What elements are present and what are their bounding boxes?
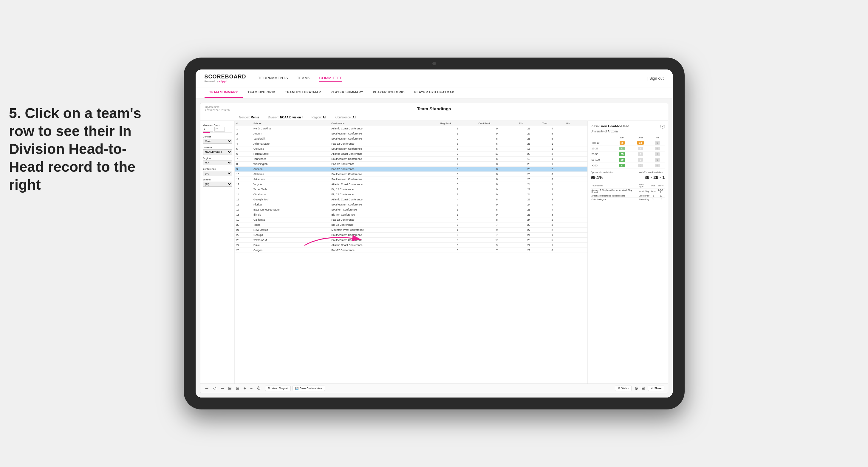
view-original-button[interactable]: 👁 View: Original (265, 385, 291, 391)
row-reg-rank: 1 (439, 126, 477, 131)
table-row[interactable]: 4 Arizona State Pac-12 Conference 3 6 26… (235, 142, 587, 147)
row-rank: 16 (235, 202, 252, 207)
panel-body: Minimum Rou... (200, 121, 668, 383)
row-school: Texas (252, 222, 330, 227)
table-row[interactable]: 11 Arkansas Southeastern Conference 6 8 … (235, 177, 587, 182)
table-row[interactable]: 12 Virginia Atlantic Coast Conference 3 … (235, 182, 587, 187)
watch-button[interactable]: 👁 Watch (615, 385, 631, 391)
conference-filter: Conference: All (336, 116, 356, 119)
add-icon[interactable]: + (242, 385, 247, 391)
paste-icon[interactable]: ⊟ (235, 385, 241, 391)
table-row[interactable]: 19 California Pac-12 Conference 4 8 24 2 (235, 217, 587, 222)
table-row[interactable]: 6 Florida State Atlantic Coast Conferenc… (235, 152, 587, 157)
row-reg-rank: 2 (439, 136, 477, 142)
h2h-close-button[interactable]: ✕ (660, 124, 665, 128)
row-tour: 0 (540, 248, 564, 253)
row-win (564, 192, 587, 197)
subnav-player-summary[interactable]: PLAYER SUMMARY (326, 87, 368, 98)
table-row[interactable]: 16 Florida Southeastern Conference 7 9 2… (235, 202, 587, 207)
table-row[interactable]: 13 Texas Tech Big 12 Conference 1 9 27 2 (235, 187, 587, 192)
row-rank: 6 (235, 152, 252, 157)
subnav-team-summary[interactable]: TEAM SUMMARY (205, 87, 243, 98)
table-row[interactable]: 25 Oregon Pac-12 Conference 5 7 21 0 (235, 248, 587, 253)
subnav-player-h2h-grid[interactable]: PLAYER H2H GRID (368, 87, 409, 98)
grid-icon[interactable]: ⊞ (641, 386, 645, 391)
h2h-win-value: 27 (619, 164, 625, 167)
share-button[interactable]: ↗ Share (648, 385, 664, 391)
row-tour: 6 (540, 131, 564, 136)
row-reg-rank: 1 (439, 207, 477, 212)
h2h-loss-value: 0 (638, 164, 643, 167)
table-row[interactable]: 23 Texas A&M Southeastern Conference 9 1… (235, 238, 587, 243)
table-row[interactable]: 21 New Mexico Mountain West Conference 1… (235, 227, 587, 232)
table-row[interactable]: 8 Washington Pac-12 Conference 2 8 23 1 (235, 162, 587, 167)
nav-committee[interactable]: COMMITTEE (319, 74, 342, 82)
min-rounds-max[interactable] (214, 127, 225, 131)
h2h-loss-cell: 0 (631, 163, 650, 168)
row-rank: 8 (235, 162, 252, 167)
redo-icon[interactable]: ↪ (219, 385, 225, 391)
row-conf-rank: 9 (477, 243, 517, 248)
save-custom-button[interactable]: 💾 Save Custom View (292, 385, 325, 391)
table-row[interactable]: 20 Texas Big 12 Conference 3 7 20 2 (235, 222, 587, 227)
h2h-header-row: Win Loss Tie (591, 135, 665, 140)
row-school: Oklahoma (252, 192, 330, 197)
table-row[interactable]: 17 East Tennessee State Southern Confere… (235, 207, 587, 212)
h2h-col-win: Win (613, 135, 631, 140)
row-rank: 22 (235, 232, 252, 238)
gender-select[interactable]: Men's (203, 139, 232, 144)
table-row[interactable]: 5 Ole Miss Southeastern Conference 3 6 1… (235, 147, 587, 152)
tourn-score: -17 (656, 194, 664, 198)
settings-icon[interactable]: ⚙ (634, 386, 639, 391)
row-conference: Atlantic Coast Conference (330, 152, 439, 157)
subnav-team-h2h-grid[interactable]: TEAM H2H GRID (243, 87, 280, 98)
row-rank: 11 (235, 177, 252, 182)
row-tour: 2 (540, 152, 564, 157)
school-sidebar-filter: School (All) (203, 178, 232, 187)
row-win (564, 152, 587, 157)
min-rounds-min[interactable] (203, 127, 213, 131)
tourn-name: Jackson T. Stephens Cup Men's Match Play… (591, 188, 638, 194)
row-rds: 23 (517, 177, 540, 182)
table-row[interactable]: 1 North Carolina Atlantic Coast Conferen… (235, 126, 587, 131)
panel-title-area: Team Standings (297, 106, 571, 111)
filters-sidebar: Minimum Rou... (200, 121, 235, 383)
row-tour: 4 (540, 202, 564, 207)
nav-tournaments[interactable]: TOURNAMENTS (258, 74, 288, 82)
slider-track[interactable] (203, 132, 232, 133)
row-conf-rank: 9 (477, 212, 517, 217)
region-select[interactable]: N/A (203, 160, 232, 165)
minus-icon[interactable]: − (249, 385, 254, 391)
table-row[interactable]: 22 Georgia Southeastern Conference 8 7 2… (235, 232, 587, 238)
table-row[interactable]: 14 Oklahoma Big 12 Conference 2 9 24 2 (235, 192, 587, 197)
row-conference: Atlantic Coast Conference (330, 126, 439, 131)
sign-out-button[interactable]: Sign out (647, 76, 664, 81)
table-header: # School Conference Reg Rank Conf Rank R… (235, 121, 587, 126)
table-row[interactable]: 9 Arizona Pac-12 Conference 5 8 23 2 (235, 167, 587, 172)
subnav-team-h2h-heatmap[interactable]: TEAM H2H HEATMAP (280, 87, 326, 98)
clock-icon[interactable]: ⏱ (255, 385, 262, 391)
conference-select[interactable]: (All) (203, 171, 232, 176)
school-select[interactable]: (All) (203, 182, 232, 187)
row-conference: Big Ten Conference (330, 212, 439, 217)
logo-brand: clippd (219, 80, 227, 83)
row-win (564, 131, 587, 136)
redo-step-back-icon[interactable]: ◁ (212, 385, 217, 391)
copy-icon[interactable]: ⊞ (227, 385, 233, 391)
table-row[interactable]: 24 Duke Atlantic Coast Conference 5 9 27… (235, 243, 587, 248)
table-row[interactable]: 3 Vanderbilt Southeastern Conference 2 8… (235, 136, 587, 142)
table-row[interactable]: 18 Illinois Big Ten Conference 1 9 26 3 (235, 212, 587, 217)
table-row[interactable]: 15 Georgia Tech Atlantic Coast Conferenc… (235, 197, 587, 202)
table-row[interactable]: 10 Alabama Southeastern Conference 5 8 2… (235, 172, 587, 177)
table-row[interactable]: 7 Tennessee Southeastern Conference 4 6 … (235, 157, 587, 162)
table-row[interactable]: 2 Auburn Southeastern Conference 1 9 27 … (235, 131, 587, 136)
row-school: Virginia (252, 182, 330, 187)
nav-teams[interactable]: TEAMS (297, 74, 310, 82)
division-select[interactable]: NCAA Division I (203, 149, 232, 154)
row-win (564, 212, 587, 217)
row-conf-rank: 9 (477, 227, 517, 232)
undo-icon[interactable]: ↩ (204, 385, 210, 391)
subnav-player-h2h-heatmap[interactable]: PLAYER H2H HEATMAP (409, 87, 459, 98)
tourn-name: Arizona Thunderbirds Intercollegiate (591, 194, 638, 198)
row-tour: 2 (540, 187, 564, 192)
